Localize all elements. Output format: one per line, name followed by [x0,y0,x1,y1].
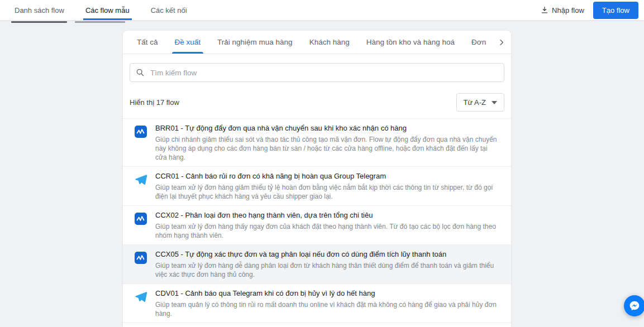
flow-title: BRR01 - Tự động đẩy đơn qua nhà vận chuy… [155,123,498,133]
category-tabs-scroll: Tất cả Đề xuất Trải nghiệm mua hàng Khác… [128,31,492,54]
flow-texts: BRR01 - Tự động đẩy đơn qua nhà vận chuy… [155,123,498,162]
chevron-right-icon [497,38,506,47]
flow-search-box [130,63,504,82]
flow-texts: CDV01 - Cảnh báo qua Telegram khi có đơn… [155,288,498,318]
flow-texts: CCX05 - Tự động xác thực đơn và tag phân… [155,249,498,279]
scrolled-page-remnant [11,21,125,23]
flow-description: Giúp team xử lý đơn hàng thấy ngay đơn c… [155,222,498,240]
flow-list-item[interactable]: CCR01 - Cảnh báo rủi ro đơn có khả năng … [123,166,511,205]
tab-khach-hang[interactable]: Khách hàng [301,31,358,54]
flow-description: Giúp team xử lý đơn hàng dễ dàng phân lo… [155,261,498,279]
remnant-text-fragment [11,21,67,23]
category-tabs: Tất cả Đề xuất Trải nghiệm mua hàng Khác… [123,31,511,54]
chat-widget-button[interactable] [624,295,644,316]
flow-list-item[interactable]: CCX05 - Tự động xác thực đơn và tag phân… [123,244,511,283]
messenger-icon [629,300,640,311]
telegram-icon [134,290,147,304]
telegram-icon [134,173,147,186]
flow-app-icon [134,125,147,138]
flow-list-item[interactable]: CDV01 - Cảnh báo qua Telegram khi có đơn… [123,283,511,323]
flow-list: BRR01 - Tự động đẩy đơn qua nhà vận chuy… [123,118,511,327]
import-flow-label: Nhập flow [552,6,584,15]
import-flow-button[interactable]: Nhập flow [541,6,584,15]
create-flow-button[interactable]: Tạo flow [593,2,638,19]
nav-tab-cac-flow-mau[interactable]: Các flow mẫu [82,0,133,20]
sort-selected-value: Từ A-Z [464,98,486,107]
flow-count-label: Hiển thị 17 flow [130,98,179,107]
tab-don[interactable]: Đơn [463,31,492,54]
nav-tab-danh-sach-flow[interactable]: Danh sách flow [11,0,68,20]
remnant-text-fragment [75,21,125,23]
topbar-actions: Nhập flow Tạo flow [541,2,638,19]
flow-description: Giúp team quản lý có thông tin rủi ro mấ… [155,300,498,318]
tab-de-xuat[interactable]: Đề xuất [166,31,209,54]
flow-description: Giúp team xử lý đơn hàng giảm thiểu tỷ l… [155,183,498,201]
flow-title: CCR01 - Cảnh báo rủi ro đơn có khả năng … [155,171,498,181]
search-input[interactable] [149,68,498,78]
tab-trai-nghiem-mua-hang[interactable]: Trải nghiệm mua hàng [209,31,301,54]
flow-list-item[interactable]: BRR01 - Tự động đẩy đơn qua nhà vận chuy… [123,118,511,166]
sort-dropdown[interactable]: Từ A-Z [456,93,504,112]
flow-app-icon [134,251,147,265]
top-nav-tabs: Danh sách flow Các flow mẫu Các kết nối [11,0,205,20]
download-icon [541,6,548,14]
search-icon [136,68,145,77]
tabs-scroll-right-button[interactable] [492,31,511,54]
flow-list-item[interactable]: CCX02 - Phân loại đơn theo hạng thành vi… [123,205,511,244]
flow-texts: CCR01 - Cảnh báo rủi ro đơn có khả năng … [155,171,498,201]
flow-description: Giúp chi nhánh giảm thiểu sai sót và tha… [155,135,498,162]
list-toolbar: Hiển thị 17 flow Từ A-Z [130,93,504,112]
flow-title: CCX05 - Tự động xác thực đơn và tag phân… [155,249,498,259]
top-navbar: Danh sách flow Các flow mẫu Các kết nối … [0,0,644,20]
flow-title: CDV01 - Cảnh báo qua Telegram khi có đơn… [155,288,498,298]
nav-tab-cac-ket-noi[interactable]: Các kết nối [147,0,190,20]
flow-templates-panel: Tất cả Đề xuất Trải nghiệm mua hàng Khác… [123,31,511,327]
flow-title: CCX02 - Phân loại đơn theo hạng thành vi… [155,210,498,220]
tab-tat-ca[interactable]: Tất cả [128,31,166,54]
flow-list-item[interactable]: CDV02 - Cảnh báo qua Telegram khi đơn có… [123,323,511,327]
flow-texts: CCX02 - Phân loại đơn theo hạng thành vi… [155,210,498,240]
caret-down-icon [492,101,497,104]
tab-hang-ton-kho[interactable]: Hàng tồn kho và hàng hoá [358,31,463,54]
flow-app-icon [134,212,147,225]
